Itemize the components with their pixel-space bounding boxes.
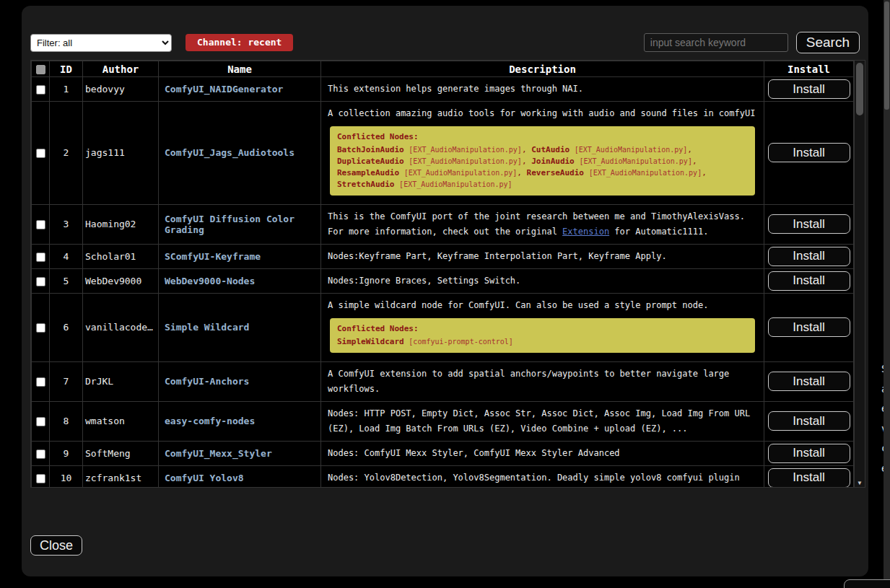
nodes-table-container: ID Author Name Description Install 1 bed… <box>30 60 865 488</box>
header-author: Author <box>83 61 159 77</box>
install-button[interactable]: Install <box>768 372 850 391</box>
install-button[interactable]: Install <box>768 247 850 266</box>
header-checkbox-cell <box>32 61 50 77</box>
table-scrollbar-thumb[interactable] <box>856 63 863 115</box>
row-install-cell: Install <box>764 293 854 361</box>
header-install: Install <box>764 61 854 77</box>
install-button[interactable]: Install <box>768 317 850 337</box>
header-name: Name <box>159 61 321 77</box>
row-description: This extension helps generate images thr… <box>321 77 764 102</box>
node-name-link[interactable]: ComfyUI_NAIDGenerator <box>165 84 283 95</box>
header-id: ID <box>50 61 83 77</box>
header-description: Description <box>321 61 764 77</box>
row-install-cell: Install <box>764 268 854 293</box>
row-author: Haoming02 <box>83 204 159 244</box>
node-name-link[interactable]: ComfyUI Yolov8 <box>165 473 244 483</box>
conflict-items: BatchJoinAudio [EXT_AudioManipulation.py… <box>337 144 748 190</box>
row-name-cell: ComfyUI_Jags_Audiotools <box>159 102 321 205</box>
row-checkbox-cell <box>32 441 50 465</box>
conflict-box: Conflicted Nodes:BatchJoinAudio [EXT_Aud… <box>330 126 755 196</box>
row-checkbox-cell <box>32 293 50 361</box>
row-checkbox[interactable] <box>36 85 45 95</box>
row-name-cell: SComfyUI-Keyframe <box>159 244 321 268</box>
row-author: vanillacode… <box>83 293 159 361</box>
install-button[interactable]: Install <box>768 411 850 431</box>
table-row: 5 WebDev9000 WebDev9000-Nodes Nodes:Igno… <box>32 268 854 293</box>
search-input[interactable] <box>644 33 788 52</box>
row-id: 1 <box>50 77 83 102</box>
row-id: 7 <box>50 361 83 401</box>
node-name-link[interactable]: ComfyUI_Jags_Audiotools <box>165 147 295 158</box>
row-description: Nodes: HTTP POST, Empty Dict, Assoc Str,… <box>321 401 764 441</box>
row-checkbox[interactable] <box>36 277 45 286</box>
table-header-row: ID Author Name Description Install <box>32 61 854 77</box>
scroll-down-icon[interactable]: ▼ <box>855 480 865 486</box>
row-author: wmatson <box>83 401 159 441</box>
install-button[interactable]: Install <box>768 214 850 234</box>
description-link[interactable]: Extension <box>562 227 609 237</box>
page-scrollbar-thumb[interactable] <box>884 1 889 110</box>
row-name-cell: ComfyUI Yolov8 <box>159 465 321 488</box>
row-checkbox[interactable] <box>36 474 45 483</box>
page-scrollbar[interactable] <box>884 0 890 588</box>
row-description: A ComfyUI extension to add spatial ancho… <box>321 361 764 401</box>
row-id: 5 <box>50 268 83 293</box>
row-install-cell: Install <box>764 361 854 401</box>
node-name-link[interactable]: WebDev9000-Nodes <box>165 276 255 286</box>
row-install-cell: Install <box>764 77 854 102</box>
row-author: Scholar01 <box>83 244 159 268</box>
row-name-cell: ComfyUI_Mexx_Styler <box>159 441 321 465</box>
row-checkbox[interactable] <box>36 417 45 426</box>
toolbar: Filter: all Channel: recent Search <box>30 32 860 53</box>
filter-select[interactable]: Filter: all <box>30 34 172 52</box>
table-row: 4 Scholar01 SComfyUI-Keyframe Nodes:Keyf… <box>32 244 854 268</box>
select-all-checkbox[interactable] <box>36 65 45 74</box>
conflict-items: SimpleWildcard [comfyui-prompt-control] <box>337 336 748 348</box>
conflict-title: Conflicted Nodes: <box>337 323 748 335</box>
row-id: 3 <box>50 204 83 244</box>
table-row: 2 jags111 ComfyUI_Jags_Audiotools A coll… <box>32 102 854 205</box>
table-row: 1 bedovyy ComfyUI_NAIDGenerator This ext… <box>32 77 854 102</box>
node-name-link[interactable]: ComfyUI-Anchors <box>165 376 249 387</box>
node-name-link[interactable]: ComfyUI Diffusion Color Grading <box>165 214 295 235</box>
row-install-cell: Install <box>764 244 854 268</box>
node-name-link[interactable]: ComfyUI_Mexx_Styler <box>165 448 272 459</box>
row-install-cell: Install <box>764 441 854 465</box>
row-install-cell: Install <box>764 204 854 244</box>
row-checkbox[interactable] <box>36 449 45 459</box>
row-name-cell: ComfyUI_NAIDGenerator <box>159 77 321 102</box>
nodes-table: ID Author Name Description Install 1 bed… <box>31 61 854 488</box>
row-id: 2 <box>50 102 83 205</box>
install-button[interactable]: Install <box>768 468 850 488</box>
row-checkbox[interactable] <box>36 149 45 158</box>
install-button[interactable]: Install <box>768 143 850 162</box>
row-checkbox-cell <box>32 361 50 401</box>
table-scrollbar[interactable]: ▼ <box>854 61 865 487</box>
close-button[interactable]: Close <box>30 535 82 556</box>
row-checkbox-cell <box>32 102 50 205</box>
row-checkbox-cell <box>32 465 50 488</box>
install-button[interactable]: Install <box>768 79 850 99</box>
table-row: 7 DrJKL ComfyUI-Anchors A ComfyUI extens… <box>32 361 854 401</box>
row-install-cell: Install <box>764 401 854 441</box>
row-checkbox[interactable] <box>36 253 45 262</box>
row-id: 6 <box>50 293 83 361</box>
table-row: 6 vanillacode… Simple Wildcard A simple … <box>32 293 854 361</box>
row-checkbox[interactable] <box>36 323 45 333</box>
search-button[interactable]: Search <box>796 32 860 53</box>
row-description: Nodes: ComfyUI Mexx Styler, ComfyUI Mexx… <box>321 441 764 465</box>
conflict-title: Conflicted Nodes: <box>337 131 748 143</box>
install-button[interactable]: Install <box>768 271 850 291</box>
row-checkbox[interactable] <box>36 220 45 229</box>
install-button[interactable]: Install <box>768 444 850 463</box>
row-description: Nodes: Yolov8Detection, Yolov8Segmentati… <box>321 465 764 488</box>
node-name-link[interactable]: easy-comfy-nodes <box>165 416 255 426</box>
row-checkbox-cell <box>32 204 50 244</box>
conflict-box: Conflicted Nodes:SimpleWildcard [comfyui… <box>330 318 755 353</box>
row-checkbox[interactable] <box>36 377 45 387</box>
node-name-link[interactable]: Simple Wildcard <box>165 322 249 333</box>
table-row: 10 zcfrank1st ComfyUI Yolov8 Nodes: Yolo… <box>32 465 854 488</box>
node-name-link[interactable]: SComfyUI-Keyframe <box>165 251 261 262</box>
table-row: 8 wmatson easy-comfy-nodes Nodes: HTTP P… <box>32 401 854 441</box>
row-author: zcfrank1st <box>83 465 159 488</box>
